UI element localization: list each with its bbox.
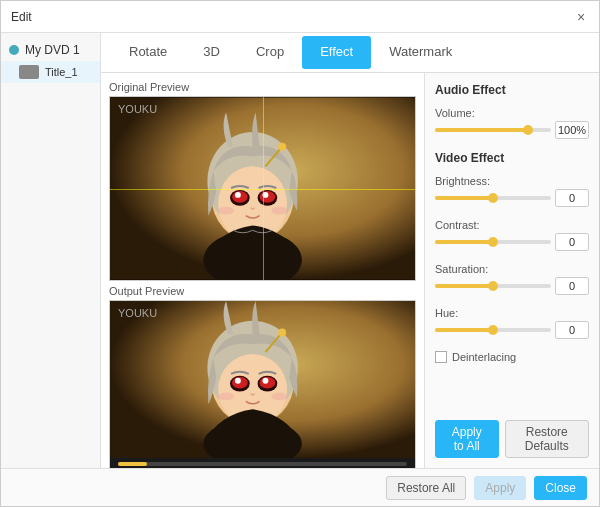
sidebar: My DVD 1 Title_1	[1, 33, 101, 468]
deinterlacing-label: Deinterlacing	[452, 351, 516, 363]
svg-point-28	[235, 378, 241, 384]
title-bar-left: Edit	[11, 10, 32, 24]
saturation-value-input[interactable]	[555, 277, 589, 295]
audio-effect-title: Audio Effect	[435, 83, 589, 97]
bottom-bar: Restore All Apply Close	[1, 468, 599, 506]
title-label: Title_1	[45, 66, 78, 78]
edit-window: Edit × My DVD 1 Title_1 Rotate 3D Crop E…	[0, 0, 600, 507]
hue-fill	[435, 328, 493, 332]
contrast-track[interactable]	[435, 240, 551, 244]
original-preview-label: Original Preview	[109, 81, 416, 93]
tab-bar: Rotate 3D Crop Effect Watermark	[101, 33, 599, 73]
output-preview-label: Output Preview	[109, 285, 416, 297]
saturation-track[interactable]	[435, 284, 551, 288]
tab-3d[interactable]: 3D	[185, 36, 238, 69]
hue-field: Hue:	[435, 307, 589, 339]
output-video-frame	[110, 301, 415, 458]
original-watermark: YOUKU	[118, 103, 157, 115]
brightness-label: Brightness:	[435, 175, 589, 187]
window-title: Edit	[11, 10, 32, 24]
apply-button[interactable]: Apply	[474, 476, 526, 500]
volume-thumb[interactable]	[523, 125, 533, 135]
volume-value-input[interactable]	[555, 121, 589, 139]
restore-defaults-button[interactable]: Restore Defaults	[505, 420, 589, 458]
output-watermark: YOUKU	[118, 307, 157, 319]
close-window-button[interactable]: ×	[573, 9, 589, 25]
contrast-value-input[interactable]	[555, 233, 589, 251]
restore-all-button[interactable]: Restore All	[386, 476, 466, 500]
video-effect-title: Video Effect	[435, 151, 589, 165]
contrast-fill	[435, 240, 493, 244]
brightness-track[interactable]	[435, 196, 551, 200]
tab-watermark[interactable]: Watermark	[371, 36, 470, 69]
hue-label: Hue:	[435, 307, 589, 319]
dvd-label: My DVD 1	[25, 43, 80, 57]
title-thumb-icon	[19, 65, 39, 79]
deinterlacing-row: Deinterlacing	[435, 351, 589, 363]
tab-rotate[interactable]: Rotate	[111, 36, 185, 69]
brightness-thumb[interactable]	[488, 193, 498, 203]
apply-restore-row: Apply to All Restore Defaults	[435, 420, 589, 458]
sidebar-item-title[interactable]: Title_1	[1, 61, 100, 83]
svg-point-13	[218, 207, 234, 215]
content-area: Rotate 3D Crop Effect Watermark Original…	[101, 33, 599, 468]
tab-crop[interactable]: Crop	[238, 36, 302, 69]
saturation-field: Saturation:	[435, 263, 589, 295]
svg-point-16	[278, 143, 286, 151]
close-button[interactable]: Close	[534, 476, 587, 500]
output-preview-section: Output Preview YOUKU	[109, 285, 416, 468]
saturation-slider-row	[435, 277, 589, 295]
svg-point-14	[271, 207, 287, 215]
hue-slider-row	[435, 321, 589, 339]
contrast-field: Contrast:	[435, 219, 589, 251]
saturation-label: Saturation:	[435, 263, 589, 275]
svg-point-30	[218, 392, 234, 400]
tab-effect[interactable]: Effect	[302, 36, 371, 69]
volume-label: Volume:	[435, 107, 589, 119]
crosshair-vertical	[263, 97, 264, 280]
deinterlacing-checkbox[interactable]	[435, 351, 447, 363]
contrast-thumb[interactable]	[488, 237, 498, 247]
progress-fill	[118, 462, 147, 466]
saturation-thumb[interactable]	[488, 281, 498, 291]
main-content: My DVD 1 Title_1 Rotate 3D Crop Effect W…	[1, 33, 599, 468]
title-bar: Edit ×	[1, 1, 599, 33]
dvd-dot-icon	[9, 45, 19, 55]
hue-thumb[interactable]	[488, 325, 498, 335]
progress-bar[interactable]	[118, 462, 407, 466]
svg-point-33	[278, 329, 286, 337]
contrast-slider-row	[435, 233, 589, 251]
saturation-fill	[435, 284, 493, 288]
brightness-value-input[interactable]	[555, 189, 589, 207]
original-preview-section: Original Preview YOUKU	[109, 81, 416, 281]
svg-point-11	[235, 192, 241, 198]
svg-point-31	[271, 392, 287, 400]
hue-value-input[interactable]	[555, 321, 589, 339]
contrast-label: Contrast:	[435, 219, 589, 231]
preview-panels: Original Preview YOUKU	[101, 73, 424, 468]
hue-track[interactable]	[435, 328, 551, 332]
output-preview-frame: YOUKU	[109, 300, 416, 468]
brightness-fill	[435, 196, 493, 200]
svg-point-29	[263, 378, 269, 384]
right-panel: Audio Effect Volume: Video Effect	[424, 73, 599, 468]
controls-bar: ⏮ ▶ ⏩ ■ ⏭ 🔊 00:00:12/00:19:58	[110, 458, 415, 468]
original-preview-frame: YOUKU	[109, 96, 416, 281]
output-video-content	[110, 301, 415, 458]
volume-field: Volume:	[435, 107, 589, 139]
brightness-slider-row	[435, 189, 589, 207]
sidebar-item-dvd[interactable]: My DVD 1	[1, 39, 100, 61]
volume-slider-fill	[435, 128, 528, 132]
volume-track[interactable]	[435, 128, 551, 132]
volume-slider-row	[435, 121, 589, 139]
brightness-field: Brightness:	[435, 175, 589, 207]
edit-area: Original Preview YOUKU	[101, 73, 599, 468]
apply-to-all-button[interactable]: Apply to All	[435, 420, 499, 458]
right-panel-bottom-btns: Apply to All Restore Defaults	[435, 420, 589, 458]
